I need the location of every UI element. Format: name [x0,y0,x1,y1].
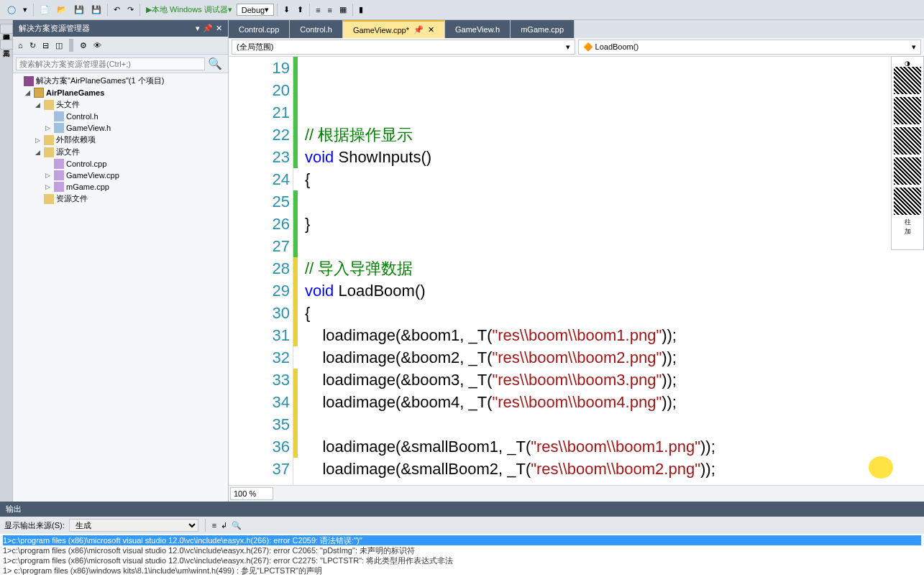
search-icon[interactable]: 🔍 [205,57,225,70]
nav-fwd-icon[interactable]: ▾ [20,4,30,16]
qr-code-icon [894,127,921,154]
solution-explorer-header: 解决方案资源管理器 ▾ 📌 ✕ [13,20,228,37]
outdent-icon[interactable]: ≡ [325,4,335,16]
change-margin [293,57,303,485]
scope-combo[interactable]: (全局范围)▾ [232,40,575,55]
folder-sources[interactable]: ◢源文件 [13,146,228,158]
folder-headers[interactable]: ◢头文件 [13,98,228,111]
panel-dropdown-icon[interactable]: ▾ [196,24,200,33]
solution-explorer-panel: 解决方案资源管理器 ▾ 📌 ✕ ⌂ ↻ ⊟ ◫ ⚙ 👁 🔍 解决方案"AirPl… [13,20,229,502]
close-icon[interactable]: ✕ [428,25,434,34]
home-icon[interactable]: ⌂ [16,40,25,50]
folder-external[interactable]: ▷外部依赖项 [13,134,228,146]
project-node[interactable]: ◢AirPlaneGames [13,87,228,98]
qr-collapse-icon[interactable]: ◑ [905,60,910,67]
qr-label: 往 [905,218,911,227]
panel-pin-icon[interactable]: 📌 [203,24,213,33]
step-over-icon[interactable]: ⬆ [294,4,306,16]
tab-mgame-cpp[interactable]: mGame.cpp [511,20,575,38]
folder-resources[interactable]: 资源文件 [13,193,228,205]
solution-toolbar: ⌂ ↻ ⊟ ◫ ⚙ 👁 [13,37,228,55]
solution-tree: 解决方案"AirPlaneGames"(1 个项目) ◢AirPlaneGame… [13,73,228,502]
output-content[interactable]: 1>c:\program files (x86)\microsoft visua… [0,534,924,577]
tab-gameview-h[interactable]: GameView.h [445,20,511,38]
comment-icon[interactable]: ▦ [337,4,349,16]
file-gameview-cpp[interactable]: ▷GameView.cpp [13,170,228,181]
chevron-down-icon: ▾ [912,42,916,52]
step-into-icon[interactable]: ⬇ [280,4,293,16]
toolbox-tab[interactable]: 工具箱 [0,40,13,50]
solution-search: 🔍 [13,55,228,73]
member-combo[interactable]: 🔶 LoadBoom()▾ [578,40,922,55]
config-combo[interactable]: Debug ▾ [237,4,274,16]
editor-footer: 100 % [229,485,924,502]
properties-icon[interactable]: ⚙ [78,40,89,51]
qr-code-icon [894,97,921,124]
editor-tabs: Control.cpp Control.h GameView.cpp*📌✕ Ga… [229,20,924,38]
bookmark-icon[interactable]: ▮ [356,4,366,16]
cursor-highlight [869,456,893,479]
save-all-icon[interactable]: 💾 [88,4,104,16]
new-file-icon[interactable]: 📄 [37,4,52,16]
file-mgame-cpp[interactable]: ▷mGame.cpp [13,181,228,193]
server-explorer-tab[interactable]: 服务器资源管理器 [0,24,13,34]
panel-close-icon[interactable]: ✕ [216,24,222,33]
open-icon[interactable]: 📂 [54,4,70,16]
tab-control-cpp[interactable]: Control.cpp [229,20,290,38]
output-toolbar: 显示输出来源(S): 生成 ≡ ↲ 🔍 [0,517,924,534]
qr-label: 加 [905,227,911,236]
zoom-combo[interactable]: 100 % [230,487,273,500]
output-header: 输出 [0,502,924,517]
code-content[interactable]: // 根据操作显示void ShowInputs(){}// 导入导弹数据voi… [303,57,924,485]
collapse-icon[interactable]: ⊟ [40,40,51,51]
qr-sidebar[interactable]: ◑ 往 加 [891,56,924,250]
pin-icon[interactable]: 📌 [413,25,424,34]
output-panel: 输出 显示输出来源(S): 生成 ≡ ↲ 🔍 1>c:\program file… [0,502,924,577]
solution-search-input[interactable] [16,57,205,70]
solution-node[interactable]: 解决方案"AirPlaneGames"(1 个项目) [13,75,228,87]
left-tool-strip: 服务器资源管理器 工具箱 [0,20,13,502]
qr-code-icon [894,67,921,94]
tab-control-h[interactable]: Control.h [290,20,343,38]
start-debug-button[interactable]: ▶ 本地 Windows 调试器 ▾ [143,3,235,17]
main-toolbar: ◯ ▾ 📄 📂 💾 💾 ↶ ↷ ▶ 本地 Windows 调试器 ▾ Debug… [0,0,924,20]
output-find-icon[interactable]: 🔍 [232,521,242,530]
indent-icon[interactable]: ≡ [313,4,323,16]
chevron-down-icon: ▾ [566,42,570,52]
save-icon[interactable]: 💾 [71,4,87,16]
qr-code-icon [894,157,921,185]
refresh-icon[interactable]: ↻ [27,40,38,51]
code-nav-bar: (全局范围)▾ 🔶 LoadBoom()▾ [229,38,924,57]
output-source-combo[interactable]: 生成 [69,519,198,532]
tab-gameview-cpp[interactable]: GameView.cpp*📌✕ [343,20,445,38]
nav-back-icon[interactable]: ◯ [4,4,19,16]
output-clear-icon[interactable]: ≡ [212,521,216,530]
output-source-label: 显示输出来源(S): [4,520,65,531]
file-control-cpp[interactable]: Control.cpp [13,158,228,170]
file-control-h[interactable]: Control.h [13,111,228,122]
preview-icon[interactable]: 👁 [91,40,104,50]
editor-panel: Control.cpp Control.h GameView.cpp*📌✕ Ga… [229,20,924,502]
redo-icon[interactable]: ↷ [124,4,137,16]
show-all-icon[interactable]: ◫ [53,40,65,51]
undo-icon[interactable]: ↶ [111,4,123,16]
output-wrap-icon[interactable]: ↲ [221,521,227,530]
qr-code-icon [894,188,921,215]
file-gameview-h[interactable]: ▷GameView.h [13,122,228,134]
code-editor[interactable]: 19202122232425262728293031323334353637 /… [229,57,924,485]
line-number-gutter: 19202122232425262728293031323334353637 [229,57,293,485]
